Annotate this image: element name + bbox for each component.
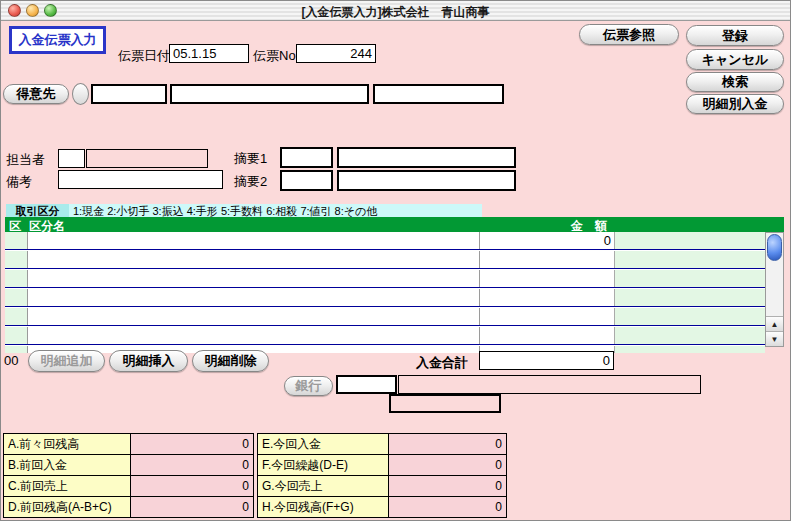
slip-date-label: 伝票日付 (118, 47, 170, 65)
customer-code-input[interactable] (91, 84, 167, 104)
summary-label: H.今回残高(F+G) (258, 497, 388, 517)
table-row[interactable] (5, 289, 765, 307)
detail-add-button[interactable]: 明細追加 (28, 350, 105, 372)
scroll-down-arrow-icon[interactable]: ▼ (766, 331, 783, 346)
cell-amount[interactable] (479, 270, 614, 287)
cell-name[interactable] (28, 270, 479, 287)
table-row[interactable] (5, 270, 765, 288)
bank-name-field (398, 375, 701, 394)
app-window: [入金伝票入力]株式会社 青山商事 入金伝票入力 伝票日付 05.1.15 伝票… (0, 0, 791, 521)
detail-delete-button[interactable]: 明細削除 (192, 350, 269, 372)
detail-table-header: 区 区分名 金 額 (5, 217, 765, 232)
summary-label: E.今回入金 (258, 434, 388, 454)
slip-date-input[interactable]: 05.1.15 (169, 44, 249, 63)
scroll-up-arrow-icon[interactable]: ▲ (766, 316, 783, 331)
cell-ku[interactable] (5, 251, 28, 268)
cell-spacer (614, 289, 765, 306)
title-bar: [入金伝票入力]株式会社 青山商事 (1, 1, 790, 21)
cell-name[interactable] (28, 289, 479, 306)
deposit-total-field: 0 (479, 351, 614, 370)
summary-table-left: A.前々回残高 0 B.前回入金 0 C.前回売上 0 D.前回残高(A-B+C… (3, 433, 254, 518)
summary-value: 0 (389, 497, 506, 517)
deposit-total-label: 入金合計 (416, 354, 468, 372)
cell-spacer (614, 308, 765, 325)
detail-table: 区 区分名 金 額 0 (5, 217, 784, 347)
scrollbar-thumb[interactable] (767, 234, 782, 261)
staff-name-field (86, 149, 208, 168)
summary-table-right: E.今回入金 0 F.今回繰越(D-E) 0 G.今回売上 0 H.今回残高(F… (257, 433, 507, 518)
note-input[interactable] (58, 170, 223, 189)
summary-label: D.前回残高(A-B+C) (4, 497, 130, 517)
slip-no-input[interactable]: 244 (296, 44, 376, 63)
cell-spacer (614, 327, 765, 344)
bank-button[interactable]: 銀行 (284, 376, 333, 396)
summary-label: A.前々回残高 (4, 434, 130, 454)
cell-name[interactable] (28, 327, 479, 344)
table-row[interactable] (5, 251, 765, 269)
bank-code-input[interactable] (336, 375, 397, 394)
summary-value: 0 (131, 497, 253, 517)
customer-extra-input[interactable] (373, 84, 504, 104)
detail-deposit-button[interactable]: 明細別入金 (686, 94, 784, 114)
staff-label: 担当者 (6, 151, 45, 169)
cell-spacer (614, 270, 765, 287)
summary-label: F.今回繰越(D-E) (258, 455, 388, 475)
customer-oval-button[interactable] (72, 83, 89, 105)
summary2-text-input[interactable] (337, 170, 516, 191)
summary2-code-input[interactable] (280, 170, 333, 191)
cell-ku[interactable] (5, 232, 28, 249)
cell-amount[interactable] (479, 308, 614, 325)
summary2-label: 摘要2 (234, 173, 267, 191)
cancel-button[interactable]: キャンセル (686, 49, 784, 70)
cell-name[interactable] (28, 251, 479, 268)
detail-table-header-cap (765, 217, 784, 232)
cell-amount[interactable]: 0 (479, 232, 614, 249)
summary-label: G.今回売上 (258, 476, 388, 496)
cell-name[interactable] (28, 308, 479, 325)
table-row[interactable] (5, 308, 765, 326)
register-button[interactable]: 登録 (686, 25, 784, 46)
slip-no-label: 伝票No (253, 47, 296, 65)
staff-code-input[interactable] (58, 149, 85, 168)
customer-name-input[interactable] (170, 84, 369, 104)
window-title: [入金伝票入力]株式会社 青山商事 (1, 4, 790, 21)
detail-insert-button[interactable]: 明細挿入 (109, 350, 188, 372)
cell-ku[interactable] (5, 270, 28, 287)
summary1-text-input[interactable] (337, 147, 516, 168)
summary1-code-input[interactable] (280, 147, 333, 168)
note-label: 備考 (6, 173, 32, 191)
mode-badge: 入金伝票入力 (9, 26, 106, 54)
summary-value: 0 (131, 434, 253, 454)
search-button[interactable]: 検索 (686, 72, 784, 92)
summary-label: C.前回売上 (4, 476, 130, 496)
summary-value: 0 (131, 455, 253, 475)
form-area: 入金伝票入力 伝票日付 05.1.15 伝票No 244 伝票参照 登録 キャン… (1, 21, 791, 521)
table-row[interactable]: 0 (5, 232, 765, 250)
customer-button[interactable]: 得意先 (3, 84, 69, 104)
bank-branch-field (389, 394, 501, 413)
cell-spacer (614, 232, 765, 249)
cell-amount[interactable] (479, 327, 614, 344)
cell-ku[interactable] (5, 308, 28, 325)
summary-value: 0 (389, 455, 506, 475)
summary-value: 0 (131, 476, 253, 496)
cell-amount[interactable] (479, 251, 614, 268)
summary-value: 0 (389, 434, 506, 454)
summary-value: 0 (389, 476, 506, 496)
slip-reference-button[interactable]: 伝票参照 (579, 24, 679, 45)
cell-ku[interactable] (5, 289, 28, 306)
summary1-label: 摘要1 (234, 150, 267, 168)
cell-ku[interactable] (5, 327, 28, 344)
cell-amount[interactable] (479, 289, 614, 306)
cell-name[interactable] (28, 232, 479, 249)
table-row[interactable] (5, 327, 765, 345)
vertical-scrollbar[interactable]: ▲ ▼ (765, 232, 784, 347)
summary-label: B.前回入金 (4, 455, 130, 475)
cell-spacer (614, 251, 765, 268)
row-count: 00 (4, 353, 18, 368)
